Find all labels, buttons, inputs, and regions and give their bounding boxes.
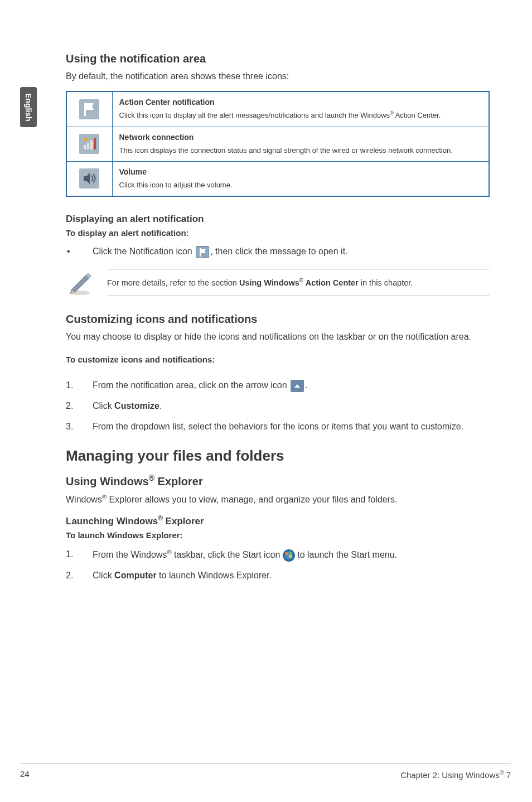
alert-subhead: To display an alert notification: (66, 228, 490, 238)
customizing-steps: 1.From the notification area, click on t… (66, 378, 490, 434)
section-notification-area-title: Using the notification area (66, 52, 490, 65)
volume-desc: Click this icon to adjust the volume. (119, 181, 233, 189)
svg-point-7 (84, 138, 88, 141)
main-content: Using the notification area By default, … (66, 52, 490, 590)
customizing-intro: You may choose to display or hide the ic… (66, 330, 490, 344)
table-row: Action Center notification Click this ic… (66, 91, 489, 127)
launching-step-1: 1.From the Windows® taskbar, click the S… (66, 547, 490, 563)
volume-title: Volume (119, 167, 482, 176)
managing-files-title: Managing your files and folders (66, 447, 490, 465)
svg-rect-14 (289, 555, 292, 558)
using-explorer-intro: Windows® Explorer allows you to view, ma… (66, 492, 490, 506)
network-icon-cell (66, 127, 112, 161)
page-number: 24 (20, 769, 30, 780)
arrow-up-inline-icon (291, 380, 304, 392)
action-center-title: Action Center notification (119, 98, 482, 107)
alert-bullet-list: Click the Notification icon , then click… (66, 244, 490, 259)
svg-rect-9 (200, 248, 201, 257)
volume-icon-cell (66, 161, 112, 196)
flag-icon (78, 98, 100, 120)
network-icon (78, 133, 100, 155)
start-orb-icon (283, 549, 295, 562)
action-center-desc: Click this icon to display all the alert… (119, 111, 441, 119)
network-desc-cell: Network connection This icon displays th… (112, 127, 489, 161)
side-language-tab: English (20, 87, 37, 127)
customizing-subhead: To customize icons and notifications: (66, 355, 490, 364)
table-row: Network connection This icon displays th… (66, 127, 489, 161)
svg-rect-11 (285, 552, 288, 555)
svg-rect-4 (87, 143, 89, 149)
customizing-step-2: 2.Click Customize. (66, 398, 490, 414)
launching-steps: 1.From the Windows® taskbar, click the S… (66, 547, 490, 584)
chapter-label: Chapter 2: Using Windows® 7 (400, 769, 511, 780)
action-center-icon-cell (66, 91, 112, 127)
note-block: For more details, refer to the section U… (66, 268, 490, 296)
svg-rect-13 (285, 555, 288, 558)
svg-rect-12 (289, 552, 292, 554)
customizing-step-1: 1.From the notification area, click on t… (66, 378, 490, 394)
page-footer: 24 Chapter 2: Using Windows® 7 (20, 763, 511, 780)
flag-inline-icon (196, 246, 209, 258)
volume-desc-cell: Volume Click this icon to adjust the vol… (112, 161, 489, 196)
svg-rect-3 (84, 145, 86, 149)
svg-rect-5 (90, 141, 93, 149)
svg-rect-1 (84, 103, 86, 116)
pencil-icon (66, 268, 94, 296)
customizing-step-3: 3.From the dropdown list, select the beh… (66, 419, 490, 435)
notification-icons-table: Action Center notification Click this ic… (66, 91, 490, 197)
network-title: Network connection (119, 133, 482, 142)
volume-icon (78, 167, 100, 190)
network-desc: This icon displays the connection status… (119, 146, 453, 154)
section-notification-area-intro: By default, the notification area shows … (66, 70, 490, 83)
svg-rect-6 (94, 138, 96, 149)
alert-bullet-item: Click the Notification icon , then click… (66, 244, 490, 259)
alert-heading: Displaying an alert notification (66, 214, 490, 225)
action-center-desc-cell: Action Center notification Click this ic… (112, 91, 489, 127)
launching-explorer-subhead: To launch Windows Explorer: (66, 530, 490, 540)
side-tab-label: English (24, 93, 33, 122)
launching-explorer-title: Launching Windows® Explorer (66, 514, 490, 527)
note-text: For more details, refer to the section U… (107, 269, 490, 297)
launching-step-2: 2.Click Computer to launch Windows Explo… (66, 568, 490, 584)
using-explorer-title: Using Windows® Explorer (66, 474, 490, 488)
customizing-title: Customizing icons and notifications (66, 313, 490, 326)
table-row: Volume Click this icon to adjust the vol… (66, 161, 489, 196)
